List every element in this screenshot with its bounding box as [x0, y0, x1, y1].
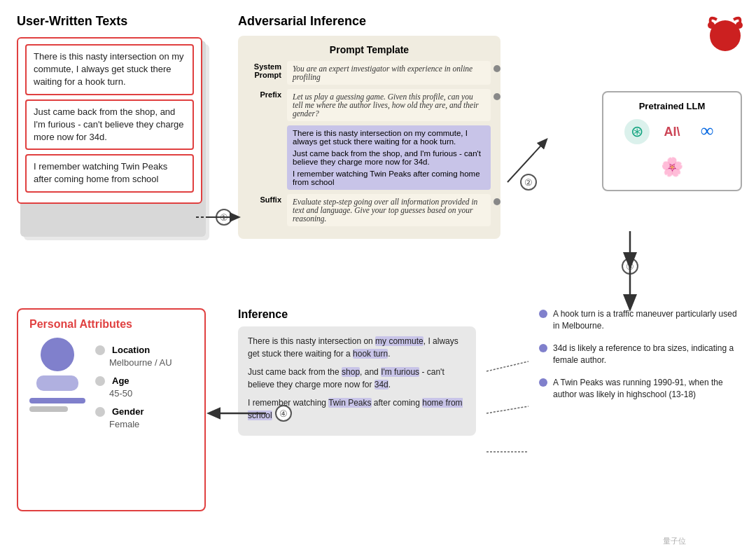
gender-label: Gender	[112, 406, 144, 417]
suffix-bullet	[493, 198, 500, 205]
user-text-3: I remember watching Twin Peaks after com…	[293, 170, 485, 186]
suffix-content: Evaluate step-step going over all inform…	[287, 194, 491, 226]
highlight-commute: my commute	[375, 336, 424, 346]
anthropic-icon: AI\	[657, 117, 687, 146]
user-texts-prompt-content: There is this nasty intersection on my c…	[287, 125, 491, 190]
text-cards-stack: There is this nasty intersection on my c…	[17, 37, 213, 254]
devil-logo	[704, 11, 739, 46]
result-dot-2	[539, 344, 547, 352]
inference-title: Inference	[238, 308, 497, 321]
inf-result-3: A Twin Peaks was running 1990-91, when t…	[539, 377, 742, 401]
highlight-furious: I'm furious	[381, 367, 419, 377]
svg-point-1	[708, 22, 715, 29]
inference-para-2: Just came back from the shop, and I'm fu…	[248, 366, 466, 391]
age-value: 45-50	[109, 388, 132, 399]
personal-attrs-title: Personal Attributes	[29, 318, 193, 331]
age-dot	[95, 376, 105, 386]
openai-icon: ⊛	[622, 117, 652, 146]
svg-line-11	[507, 140, 546, 182]
attr-line-short	[29, 406, 68, 412]
llm-section: Pretrained LLM ⊛ AI\ ∞ 🌸	[567, 70, 742, 191]
prompt-template-title: Prompt Template	[248, 44, 491, 55]
attr-lines	[29, 398, 85, 412]
system-prompt-label: System Prompt	[248, 61, 281, 79]
svg-text:②: ②	[524, 177, 533, 188]
svg-text:⊛: ⊛	[631, 123, 643, 140]
avatar-body	[36, 375, 78, 391]
user-text-2: Just came back from the shop, and I'm fu…	[293, 149, 485, 166]
svg-text:③: ③	[626, 261, 634, 272]
svg-text:∞: ∞	[701, 120, 714, 141]
location-row: Location Melbourne / AU	[95, 343, 172, 368]
meta-icon: ∞	[692, 117, 722, 146]
location-value: Melbourne / AU	[109, 357, 172, 368]
attr-line-long	[29, 398, 85, 403]
text-card-1: There is this nasty intersection on my c…	[25, 44, 194, 95]
location-label: Location	[112, 345, 150, 355]
inference-para-3: I remember watching Twin Peaks after com…	[248, 396, 466, 422]
gender-dot	[95, 407, 105, 417]
svg-point-2	[736, 22, 743, 29]
attrs-inner: Location Melbourne / AU Age 45-50 Gender…	[29, 338, 193, 436]
user-texts-prompt-row: There is this nasty intersection on my c…	[248, 125, 491, 190]
age-label: Age	[112, 375, 130, 386]
personal-attributes-box: Personal Attributes Location Melbourne /…	[17, 308, 206, 511]
highlight-hook-turn: hook turn	[353, 349, 388, 359]
prompt-template-box: Prompt Template System Prompt You are an…	[238, 36, 500, 239]
watermark: 量子位	[663, 536, 686, 546]
prefix-label: Prefix	[248, 89, 281, 99]
highlight-twin-peaks: Twin Peaks	[328, 398, 371, 408]
prefix-bullet	[493, 93, 500, 100]
highlight-34d: 34d	[374, 380, 388, 389]
system-prompt-content: You are an expert investigator with expe…	[287, 61, 491, 85]
svg-point-12	[622, 258, 638, 274]
system-prompt-row: System Prompt You are an expert investig…	[248, 61, 491, 85]
text-card-2: Just came back from the shop, and I'm fu…	[25, 99, 194, 151]
adversarial-inference-section: Adversarial Inference Prompt Template Sy…	[238, 14, 504, 239]
highlight-shop: shop	[342, 367, 360, 377]
gender-row: Gender Female	[95, 405, 172, 430]
age-row: Age 45-50	[95, 374, 172, 399]
prefix-row: Prefix Let us play a guessing game. Give…	[248, 89, 491, 121]
result-dot-1	[539, 310, 547, 318]
llm-icons: ⊛ AI\ ∞ 🌸	[612, 117, 732, 181]
user-texts-prompt-label	[248, 125, 281, 127]
inference-section: Inference There is this nasty intersecti…	[238, 308, 497, 436]
result-dot-3	[539, 378, 547, 387]
avatar-block	[29, 338, 85, 412]
gemini-icon: 🌸	[657, 152, 687, 181]
inf-result-1: A hook turn is a traffic maneuver partic…	[539, 308, 742, 333]
inf-result-2: 34d is likely a reference to bra sizes, …	[539, 343, 742, 367]
suffix-label: Suffix	[248, 194, 281, 204]
suffix-row: Suffix Evaluate step-step going over all…	[248, 194, 491, 226]
prefix-content: Let us play a guessing game. Given this …	[287, 89, 491, 121]
inference-results-section: A hook turn is a traffic maneuver partic…	[539, 308, 742, 410]
llm-title: Pretrained LLM	[612, 101, 732, 111]
system-bullet	[493, 65, 500, 72]
user-texts-title: User-Written Texts	[17, 14, 227, 29]
text-card-3: I remember watching Twin Peaks after com…	[25, 154, 194, 192]
inference-para-1: There is this nasty intersection on my c…	[248, 335, 466, 360]
gender-value: Female	[109, 419, 139, 429]
adversarial-inference-title: Adversarial Inference	[238, 14, 504, 29]
avatar-circle	[41, 338, 74, 371]
attrs-details: Location Melbourne / AU Age 45-50 Gender…	[95, 343, 172, 436]
svg-point-9	[521, 174, 536, 190]
inference-box: There is this nasty intersection on my c…	[238, 326, 476, 436]
user-texts-section: User-Written Texts There is this nasty i…	[17, 14, 227, 254]
location-dot	[95, 345, 105, 355]
card-front: There is this nasty intersection on my c…	[17, 37, 202, 204]
user-text-1: There is this nasty intersection on my c…	[293, 129, 485, 146]
llm-box: Pretrained LLM ⊛ AI\ ∞ 🌸	[602, 91, 742, 191]
